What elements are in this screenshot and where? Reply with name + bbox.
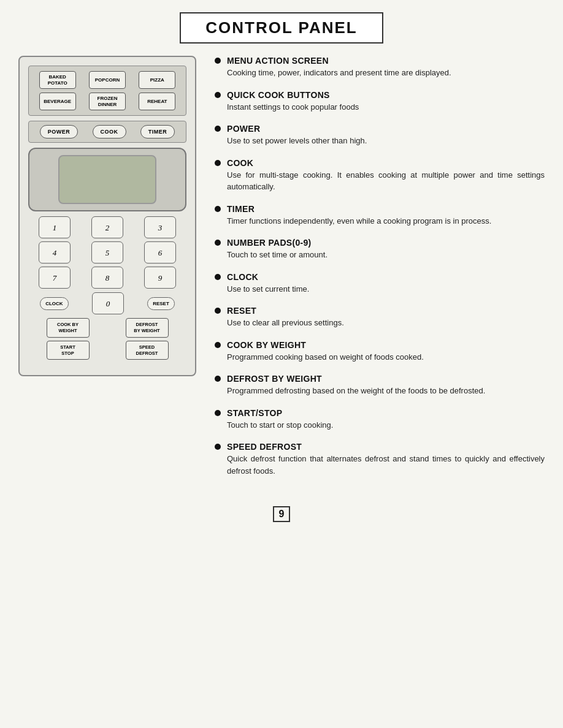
quick-cook-section: BAKEDPOTATO POPCORN PIZZA BEVERAGE FROZE… [28, 66, 186, 116]
bullet-dot [215, 342, 221, 348]
speed-defrost-button[interactable]: SPEEDDEFROST [126, 341, 169, 360]
clock-button[interactable]: CLOCK [40, 297, 68, 310]
bullet-dot [215, 58, 221, 64]
panel-illustration: BAKEDPOTATO POPCORN PIZZA BEVERAGE FROZE… [18, 56, 196, 376]
feature-desc-5: Touch to set time or amount. [227, 249, 545, 261]
display-screen-area [28, 148, 186, 211]
feature-timer: TIMER Timer functions independently, eve… [215, 204, 545, 227]
num-2-button[interactable]: 2 [91, 216, 123, 238]
feature-clock: CLOCK Use to set current time. [215, 272, 545, 295]
quick-row-2: BEVERAGE FROZENDINNER REHEAT [33, 93, 182, 110]
feature-defrost-by-weight: DEFROST BY WEIGHT Programmed defrosting … [215, 374, 545, 397]
num-8-button[interactable]: 8 [91, 267, 123, 289]
bullet-dot [215, 274, 221, 280]
start-stop-button[interactable]: STARTSTOP [47, 341, 90, 360]
feature-number-pads: NUMBER PADS(0-9) Touch to set time or am… [215, 238, 545, 261]
frozen-dinner-button[interactable]: FROZENDINNER [89, 93, 126, 110]
bullet-dot [215, 376, 221, 382]
num-7-button[interactable]: 7 [39, 267, 71, 289]
bullet-dot [215, 126, 221, 132]
feature-title-11: SPEED DEFROST [227, 442, 545, 452]
feature-title-1: QUICK COOK BUTTONS [227, 90, 545, 100]
feature-speed-defrost: SPEED DEFROST Quick defrost function tha… [215, 442, 545, 477]
feature-desc-2: Use to set power levels other than high. [227, 135, 545, 147]
popcorn-button[interactable]: POPCORN [89, 71, 126, 89]
feature-reset: RESET Use to clear all previous settings… [215, 306, 545, 329]
reset-button[interactable]: RESET [147, 297, 175, 310]
feature-quick-cook-buttons: QUICK COOK BUTTONS Instant settings to c… [215, 90, 545, 113]
baked-potato-button[interactable]: BAKEDPOTATO [39, 71, 76, 89]
page-title-wrapper: CONTROL PANEL [18, 12, 545, 44]
defrost-by-weight-button[interactable]: DEFROSTBY WEIGHT [126, 318, 169, 338]
feature-desc-10: Touch to start or stop cooking. [227, 419, 545, 431]
feature-title-6: CLOCK [227, 272, 545, 282]
num-5-button[interactable]: 5 [91, 241, 123, 264]
bullet-dot [215, 410, 221, 416]
pizza-button[interactable]: PIZZA [139, 71, 175, 89]
feature-desc-9: Programmed defrosting based on the weigh… [227, 385, 545, 397]
feature-desc-0: Cooking time, power, indicators and pres… [227, 67, 545, 79]
power-button[interactable]: POWER [40, 125, 79, 138]
feature-power: POWER Use to set power levels other than… [215, 124, 545, 147]
cook-by-weight-button[interactable]: COOK BYWEIGHT [47, 318, 90, 338]
features-list: MENU ACTION SCREEN Cooking time, power, … [215, 56, 545, 488]
main-layout: BAKEDPOTATO POPCORN PIZZA BEVERAGE FROZE… [18, 56, 545, 488]
bullet-dot [215, 160, 221, 166]
page-number-wrapper: 9 [18, 494, 545, 522]
feature-desc-11: Quick defrost function that alternates d… [227, 453, 545, 477]
timer-button[interactable]: TIMER [140, 125, 175, 138]
beverage-button[interactable]: BEVERAGE [39, 93, 76, 110]
feature-title-9: DEFROST BY WEIGHT [227, 374, 545, 384]
feature-title-5: NUMBER PADS(0-9) [227, 238, 545, 248]
pct-section: POWER COOK TIMER [28, 121, 186, 143]
num-6-button[interactable]: 6 [144, 241, 176, 264]
bullet-dot [215, 206, 221, 212]
numpad-row-3: 7 8 9 [28, 267, 186, 289]
num-0-button[interactable]: 0 [92, 292, 124, 314]
bullet-dot [215, 92, 221, 98]
num-9-button[interactable]: 9 [144, 267, 176, 289]
bullet-dot [215, 444, 221, 450]
feature-desc-6: Use to set current time. [227, 283, 545, 295]
menu-action-screen [58, 155, 156, 204]
feature-title-0: MENU ACTION SCREEN [227, 56, 545, 66]
numpad-row-1: 1 2 3 [28, 216, 186, 238]
feature-title-4: TIMER [227, 204, 545, 214]
quick-row-1: BAKEDPOTATO POPCORN PIZZA [33, 71, 182, 89]
feature-desc-7: Use to clear all previous settings. [227, 317, 545, 329]
feature-title-2: POWER [227, 124, 545, 134]
feature-desc-1: Instant settings to cook popular foods [227, 101, 545, 113]
feature-menu-action-screen: MENU ACTION SCREEN Cooking time, power, … [215, 56, 545, 79]
feature-cook: COOK Use for multi-stage cooking. It ena… [215, 158, 545, 193]
num-4-button[interactable]: 4 [39, 241, 71, 264]
feature-desc-3: Use for multi-stage cooking. It enables … [227, 169, 545, 193]
feature-start-stop: START/STOP Touch to start or stop cookin… [215, 408, 545, 431]
numpad-section: 1 2 3 4 5 6 7 8 9 [28, 216, 186, 289]
page-number: 9 [273, 506, 291, 522]
feature-title-8: COOK BY WEIGHT [227, 340, 545, 350]
feature-desc-4: Timer functions independently, even whil… [227, 215, 545, 227]
numpad-row-2: 4 5 6 [28, 241, 186, 264]
cor-row: CLOCK 0 RESET [28, 292, 186, 314]
bullet-dot [215, 308, 221, 314]
num-1-button[interactable]: 1 [39, 216, 71, 238]
feature-desc-8: Programmed cooking based on weight of fo… [227, 351, 545, 363]
feature-title-7: RESET [227, 306, 545, 316]
num-3-button[interactable]: 3 [144, 216, 176, 238]
page-title: CONTROL PANEL [180, 12, 383, 44]
feature-title-10: START/STOP [227, 408, 545, 418]
cook-button[interactable]: COOK [93, 125, 126, 138]
special-row-2: STARTSTOP SPEEDDEFROST [28, 341, 186, 360]
special-row-1: COOK BYWEIGHT DEFROSTBY WEIGHT [28, 318, 186, 338]
feature-title-3: COOK [227, 158, 545, 168]
feature-cook-by-weight: COOK BY WEIGHT Programmed cooking based … [215, 340, 545, 363]
reheat-button[interactable]: REHEAT [139, 93, 175, 110]
bullet-dot [215, 240, 221, 246]
